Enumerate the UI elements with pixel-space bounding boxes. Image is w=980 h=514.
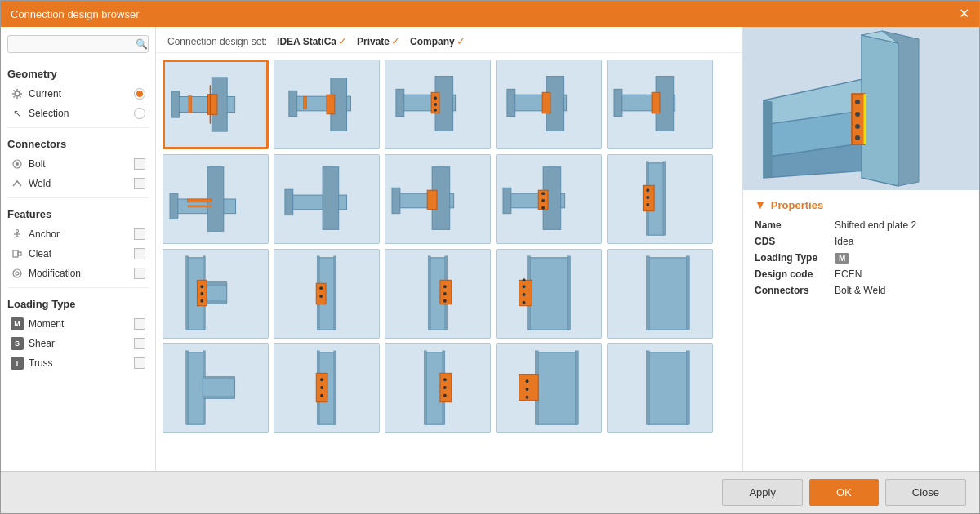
design-set-company[interactable]: Company ✓ bbox=[410, 35, 466, 47]
property-value-connectors: Bolt & Weld bbox=[835, 285, 885, 296]
svg-point-70 bbox=[200, 292, 203, 295]
svg-rect-57 bbox=[663, 162, 666, 235]
idea-staticaname: IDEA StatiCa bbox=[277, 36, 336, 47]
grid-row-1 bbox=[163, 60, 736, 149]
svg-rect-20 bbox=[304, 96, 307, 109]
close-window-button[interactable]: ✕ bbox=[959, 7, 969, 20]
svg-rect-79 bbox=[428, 256, 430, 330]
title-bar: Connection design browser ✕ bbox=[1, 1, 979, 27]
svg-point-25 bbox=[434, 96, 437, 100]
connection-cell-2-0[interactable] bbox=[163, 249, 269, 339]
company-name: Company bbox=[410, 36, 455, 47]
connection-cell-3-3[interactable] bbox=[496, 343, 602, 433]
sidebar-item-moment[interactable]: M Moment bbox=[7, 315, 149, 333]
sidebar-item-cleat[interactable]: Cleat bbox=[7, 245, 149, 263]
connection-cell-3-2[interactable] bbox=[385, 343, 491, 433]
svg-rect-75 bbox=[316, 283, 326, 304]
sidebar-item-anchor[interactable]: Anchor bbox=[7, 225, 149, 243]
svg-point-84 bbox=[443, 299, 447, 303]
connection-cell-1-2[interactable] bbox=[385, 154, 491, 244]
svg-point-120 bbox=[526, 379, 529, 383]
grid-row-3 bbox=[163, 249, 736, 339]
sidebar-item-truss[interactable]: T Truss bbox=[7, 354, 149, 372]
apply-button[interactable]: Apply bbox=[722, 479, 803, 506]
ok-button[interactable]: OK bbox=[809, 479, 879, 506]
search-box[interactable]: 🔍 bbox=[7, 35, 149, 53]
window-title: Connection design browser bbox=[11, 8, 140, 20]
connection-cell-0-1[interactable] bbox=[274, 60, 380, 149]
grid-row-4 bbox=[163, 343, 736, 433]
selection-radio[interactable] bbox=[134, 108, 145, 119]
truss-checkbox[interactable] bbox=[134, 357, 145, 369]
svg-point-60 bbox=[646, 196, 649, 199]
sidebar-item-shear[interactable]: S Shear bbox=[7, 335, 149, 352]
connection-cell-0-4[interactable] bbox=[607, 60, 713, 149]
svg-point-77 bbox=[319, 295, 323, 298]
bolt-checkbox[interactable] bbox=[134, 158, 145, 170]
close-button[interactable]: Close bbox=[885, 479, 966, 506]
anchor-checkbox[interactable] bbox=[134, 228, 145, 240]
moment-checkbox[interactable] bbox=[134, 318, 145, 330]
connection-cell-2-4[interactable] bbox=[607, 249, 713, 339]
svg-point-135 bbox=[855, 100, 860, 104]
svg-rect-17 bbox=[289, 91, 297, 116]
svg-rect-22 bbox=[396, 89, 404, 116]
connection-cell-2-1[interactable] bbox=[274, 249, 380, 339]
divider-1 bbox=[7, 127, 149, 128]
property-value-design-code: ECEN bbox=[835, 268, 862, 280]
connection-cell-2-2[interactable] bbox=[385, 249, 491, 339]
svg-rect-97 bbox=[186, 351, 189, 424]
sidebar-item-bolt[interactable]: Bolt bbox=[7, 155, 149, 173]
svg-rect-42 bbox=[285, 189, 293, 215]
property-value-name: Shifted end plate 2 bbox=[835, 219, 916, 231]
design-set-private[interactable]: Private ✓ bbox=[357, 35, 400, 47]
connection-cell-0-3[interactable] bbox=[496, 60, 602, 149]
selection-label: Selection bbox=[29, 108, 129, 119]
connection-cell-2-3[interactable] bbox=[496, 249, 602, 339]
svg-rect-49 bbox=[503, 188, 511, 213]
weld-icon bbox=[11, 177, 24, 190]
connection-cell-0-2[interactable] bbox=[385, 60, 491, 149]
idea-statica-check: ✓ bbox=[338, 35, 347, 47]
svg-point-71 bbox=[200, 299, 203, 303]
svg-rect-29 bbox=[507, 89, 515, 116]
bolt-icon bbox=[11, 157, 24, 171]
connection-cell-1-3[interactable] bbox=[496, 154, 602, 244]
cleat-checkbox[interactable] bbox=[134, 248, 145, 259]
properties-section: ▼ Properties Name Shifted end plate 2 CD… bbox=[743, 190, 979, 471]
svg-rect-33 bbox=[614, 89, 622, 116]
connection-cell-1-1[interactable] bbox=[274, 154, 380, 244]
svg-point-76 bbox=[319, 286, 323, 290]
connection-cell-3-4[interactable] bbox=[607, 343, 713, 433]
modification-icon bbox=[11, 267, 24, 280]
svg-rect-93 bbox=[648, 258, 688, 330]
connection-cell-1-4[interactable] bbox=[607, 154, 713, 244]
sidebar-item-current[interactable]: Current bbox=[7, 85, 149, 103]
connection-cell-1-0[interactable] bbox=[163, 154, 269, 244]
sidebar-item-weld[interactable]: Weld bbox=[7, 175, 149, 193]
svg-point-26 bbox=[434, 103, 437, 106]
svg-rect-104 bbox=[334, 351, 336, 424]
connection-cell-3-0[interactable] bbox=[163, 343, 269, 433]
properties-arrow-icon: ▼ bbox=[755, 198, 766, 211]
properties-title: Properties bbox=[771, 199, 823, 211]
svg-point-121 bbox=[526, 388, 529, 391]
sidebar-item-modification[interactable]: Modification bbox=[7, 264, 149, 282]
modification-checkbox[interactable] bbox=[134, 268, 145, 279]
svg-point-106 bbox=[320, 378, 323, 381]
property-key-connectors: Connectors bbox=[755, 285, 828, 296]
connection-cell-0-0[interactable] bbox=[163, 60, 269, 149]
design-set-idea[interactable]: IDEA StatiCa ✓ bbox=[277, 35, 347, 47]
svg-rect-94 bbox=[646, 256, 649, 330]
weld-checkbox[interactable] bbox=[134, 178, 145, 189]
property-row-design-code: Design code ECEN bbox=[755, 268, 968, 280]
main-window: Connection design browser ✕ 🔍 Geometry C… bbox=[0, 0, 980, 514]
svg-point-115 bbox=[443, 394, 447, 397]
svg-rect-110 bbox=[424, 351, 426, 424]
current-radio[interactable] bbox=[134, 88, 145, 100]
connection-cell-3-1[interactable] bbox=[274, 343, 380, 433]
search-input[interactable] bbox=[13, 38, 136, 50]
sidebar-item-selection[interactable]: ↖ Selection bbox=[7, 104, 149, 122]
shear-checkbox[interactable] bbox=[134, 338, 145, 349]
svg-rect-45 bbox=[392, 188, 400, 213]
